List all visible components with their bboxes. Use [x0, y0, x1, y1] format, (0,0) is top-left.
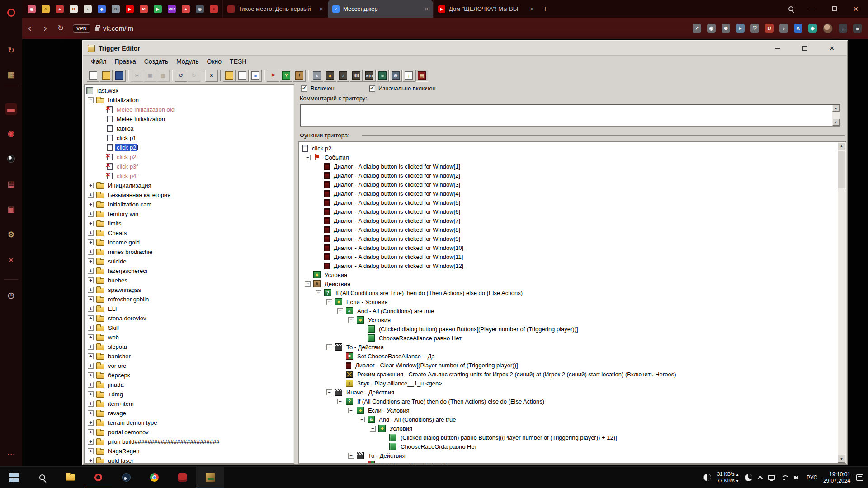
open-map-button[interactable]: [100, 70, 113, 82]
trigger-function-node[interactable]: −Если - Условия: [299, 297, 835, 306]
expander-icon[interactable]: +: [88, 315, 94, 321]
tree-category[interactable]: +mines brodiachie: [85, 247, 294, 257]
trigger-function-node[interactable]: −If (All Conditions are True) then do (T…: [299, 288, 835, 297]
expander-icon[interactable]: +: [88, 268, 94, 274]
expander-icon[interactable]: +: [88, 458, 94, 464]
scroll-down-icon[interactable]: ▼: [838, 455, 845, 463]
trigger-editor-button[interactable]: ▤: [415, 70, 428, 82]
expander-icon[interactable]: −: [370, 426, 376, 432]
trigger-function-node[interactable]: Диалог - A dialog button is clicked for …: [299, 261, 835, 270]
browser-tab[interactable]: Тихое место: День первый×: [222, 0, 328, 18]
expander-icon[interactable]: +: [88, 306, 94, 312]
pinned-red-dot[interactable]: ●: [210, 5, 218, 13]
trigger-function-node[interactable]: click p2: [299, 144, 835, 153]
gx-logo-icon[interactable]: [5, 6, 17, 19]
trigger-function-node[interactable]: −Иначе - Действия: [299, 388, 835, 397]
trigger-function-node[interactable]: Диалог - A dialog button is clicked for …: [299, 162, 835, 171]
trigger-function-node[interactable]: Диалог - A dialog button is clicked for …: [299, 252, 835, 261]
clock-icon[interactable]: ◷: [5, 289, 17, 301]
tree-category[interactable]: +Initialization cam: [85, 200, 294, 209]
file-explorer-taskbar-button[interactable]: [56, 467, 84, 488]
trigger-function-node[interactable]: ChooseRaceOrda равно Нет: [299, 442, 835, 451]
tree-category[interactable]: +берсерк: [85, 371, 294, 380]
tree-category[interactable]: +spawnnagas: [85, 285, 294, 295]
tree-category[interactable]: +banisher: [85, 352, 294, 361]
import-manager-button[interactable]: ↓: [402, 70, 415, 82]
tree-category[interactable]: +ravage: [85, 408, 294, 418]
tree-trigger[interactable]: Melee Initialization old: [85, 105, 294, 114]
ext-share-icon[interactable]: ↗: [693, 24, 701, 33]
box-icon[interactable]: ▦: [5, 69, 17, 81]
tab-close-icon[interactable]: ×: [529, 5, 535, 13]
world-editor-taskbar-button[interactable]: [196, 467, 224, 488]
tree-trigger[interactable]: click p2: [85, 143, 294, 152]
lock-icon[interactable]: [95, 27, 99, 31]
tree-trigger[interactable]: Melee Initialization: [85, 114, 294, 124]
expander-icon[interactable]: −: [326, 299, 332, 305]
tree-category[interactable]: +ELF: [85, 304, 294, 314]
expander-icon[interactable]: −: [348, 317, 354, 323]
ext-volume-icon[interactable]: ♪: [779, 24, 788, 33]
expander-icon[interactable]: +: [88, 372, 94, 378]
wifi-icon[interactable]: [781, 474, 788, 480]
campaign-editor-button[interactable]: am: [363, 70, 376, 82]
trigger-function-node[interactable]: −Если - Условия: [299, 406, 835, 415]
ext-settings-icon[interactable]: ≡: [853, 24, 862, 33]
tree-category[interactable]: +huebes: [85, 276, 294, 285]
tree-category[interactable]: +income gold: [85, 238, 294, 247]
trigger-function-node[interactable]: (Clicked dialog button) равно Buttons[((…: [299, 433, 835, 442]
maximize-button[interactable]: [798, 43, 811, 53]
expander-icon[interactable]: −: [88, 97, 94, 103]
trigger-function-node[interactable]: Условия: [299, 270, 835, 279]
browser-minimize-button[interactable]: [807, 4, 817, 14]
new-comment-button[interactable]: ≡: [249, 70, 262, 82]
expander-icon[interactable]: −: [326, 344, 332, 350]
pinned-blue-app[interactable]: ◆: [98, 5, 106, 13]
expander-icon[interactable]: −: [337, 308, 343, 314]
trigger-function-node[interactable]: Диалог - A dialog button is clicked for …: [299, 171, 835, 180]
expander-icon[interactable]: +: [88, 420, 94, 426]
trigger-function-node[interactable]: Диалог - A dialog button is clicked for …: [299, 207, 835, 216]
ext-blocker-icon[interactable]: ⊗: [722, 24, 730, 33]
trigger-function-node[interactable]: Set ChooseRaceOrda = Да: [299, 460, 835, 464]
trigger-function-node[interactable]: (Clicked dialog button) равно Buttons[(P…: [299, 324, 835, 333]
expander-icon[interactable]: −: [348, 408, 354, 413]
browser-maximize-button[interactable]: [829, 4, 839, 14]
expander-icon[interactable]: +: [88, 183, 94, 188]
pinned-music[interactable]: ♪: [84, 5, 92, 13]
action-center-icon[interactable]: [856, 474, 863, 481]
tree-category[interactable]: +Skill: [85, 323, 294, 333]
expander-icon[interactable]: −: [326, 389, 332, 395]
trigger-function-node[interactable]: Диалог - A dialog button is clicked for …: [299, 243, 835, 252]
hot-tab-icon[interactable]: ↻: [5, 44, 17, 56]
expander-icon[interactable]: −: [337, 399, 343, 404]
pinned-castle[interactable]: ▲: [56, 5, 64, 13]
back-button[interactable]: ‹: [22, 23, 38, 34]
expander-icon[interactable]: −: [348, 453, 354, 459]
paste-button[interactable]: ▥: [157, 70, 170, 82]
ext-ublock-icon[interactable]: U: [765, 24, 774, 33]
new-condition-button[interactable]: ?: [280, 70, 292, 82]
trigger-function-node[interactable]: Диалог - A dialog button is clicked for …: [299, 180, 835, 189]
expander-icon[interactable]: +: [88, 249, 94, 255]
expander-icon[interactable]: +: [88, 239, 94, 245]
tree-category[interactable]: +item+item: [85, 399, 294, 408]
tree-category[interactable]: +stena dereviev: [85, 314, 294, 323]
expander-icon[interactable]: −: [305, 281, 311, 287]
cards-icon[interactable]: ▤: [5, 178, 17, 190]
functions-scrollbar[interactable]: ▲ ▼: [838, 142, 845, 463]
trigger-function-node[interactable]: ChooseRaceAliance равно Нет: [299, 333, 835, 343]
tree-category[interactable]: +pilon build##########################: [85, 437, 294, 446]
expander-icon[interactable]: +: [88, 287, 94, 293]
undo-button[interactable]: ↺: [175, 70, 187, 82]
expander-icon[interactable]: +: [88, 410, 94, 416]
tree-category[interactable]: +jinada: [85, 380, 294, 389]
expander-icon[interactable]: +: [88, 429, 94, 435]
network-icon[interactable]: [768, 475, 775, 480]
swords-icon[interactable]: ×: [5, 254, 17, 266]
cart-icon[interactable]: ▣: [5, 203, 17, 216]
window-titlebar[interactable]: Trigger Editor ×: [83, 41, 847, 56]
trigger-function-node[interactable]: −Действия: [299, 279, 835, 288]
pinned-wb[interactable]: WB: [168, 5, 176, 13]
expander-icon[interactable]: +: [88, 439, 94, 445]
